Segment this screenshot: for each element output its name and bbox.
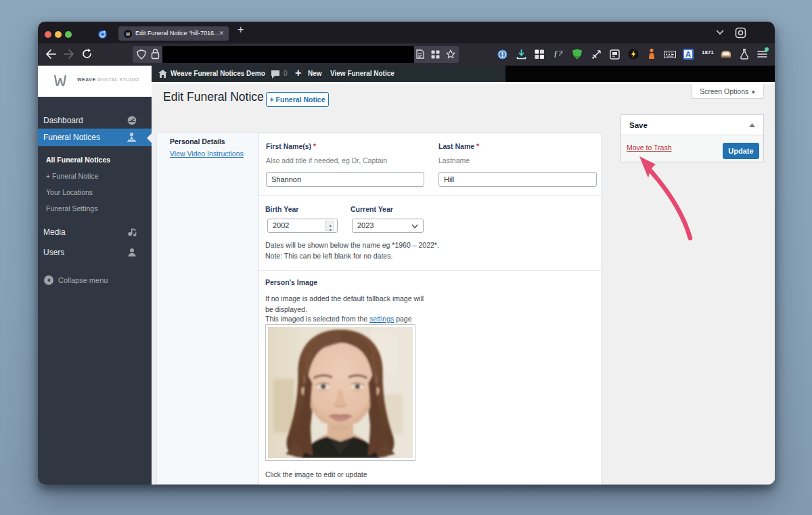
svg-text:A: A [685, 50, 691, 58]
svg-text:W: W [126, 31, 131, 36]
